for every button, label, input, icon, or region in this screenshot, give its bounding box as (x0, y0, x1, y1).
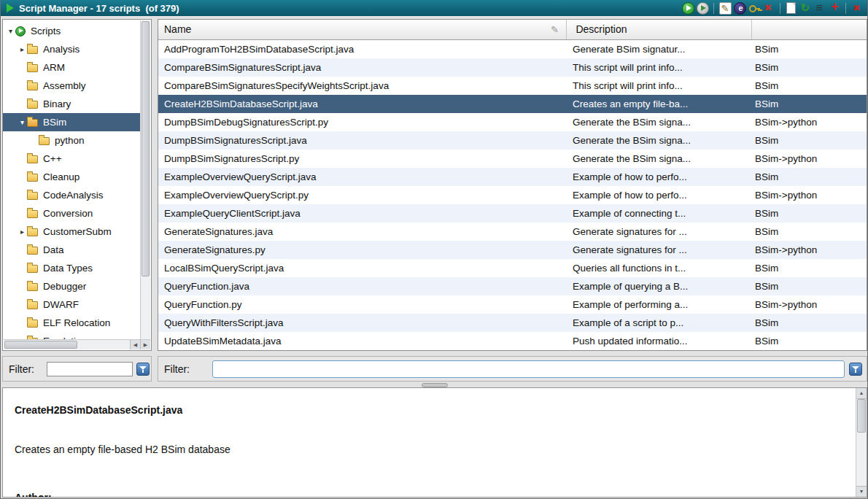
column-header-label: Description (576, 23, 627, 35)
assign-key-binding-icon[interactable] (748, 2, 761, 15)
script-manager-icon (7, 4, 14, 12)
table-row[interactable]: CompareBSimSignaturesScript.javaThis scr… (158, 58, 867, 77)
tree-expand-icon[interactable]: ▾ (18, 118, 27, 126)
cell-description: Generate the BSim signa... (567, 150, 749, 168)
table-row[interactable]: ExampleOverviewQueryScript.javaExample o… (158, 168, 867, 186)
edit-in-eclipse-icon[interactable] (734, 2, 746, 15)
tree-item[interactable]: ▸Analysis (3, 40, 140, 58)
table-row[interactable]: GenerateSignatures.pyGenerate signatures… (158, 241, 867, 259)
script-directories-icon[interactable] (814, 2, 826, 15)
tree-item[interactable]: ▾BSim (3, 113, 140, 131)
close-window-icon[interactable] (851, 2, 864, 15)
description-vertical-scrollbar[interactable]: ▲ ▼ (856, 388, 867, 497)
tree-item[interactable]: Cleanup (3, 168, 140, 186)
tree-item[interactable]: C++ (3, 150, 140, 168)
tree-horizontal-scrollbar[interactable]: ◀ ▶ (4, 339, 150, 349)
tree-item[interactable]: ARM (3, 58, 140, 77)
scroll-right-button[interactable]: ▶ (140, 340, 150, 349)
column-header-name[interactable]: Name ✎ (158, 20, 567, 39)
tree-item[interactable]: Assembly (3, 77, 140, 95)
cell-description: Generate signatures for ... (567, 223, 749, 241)
filter-options-icon[interactable] (849, 363, 862, 376)
table-row[interactable]: ExampleQueryClientScript.javaExample of … (158, 204, 867, 223)
column-header-description[interactable]: Description (570, 20, 752, 39)
table-row[interactable]: QueryWithFiltersScript.javaExample of a … (158, 314, 867, 332)
tree-item-label: Conversion (43, 208, 93, 219)
author-heading-clipped: Author: (15, 492, 52, 498)
tree-item[interactable]: Emulation (3, 332, 140, 339)
cell-name: GenerateSignatures.py (158, 241, 567, 259)
tree-expand-icon[interactable]: ▾ (6, 27, 15, 35)
tree-item-label: BSim (43, 117, 66, 128)
script-table-panel: Name ✎ Description Category AddProgramTo… (158, 19, 867, 351)
cell-category: BSim (749, 277, 867, 295)
new-script-icon[interactable] (786, 2, 796, 14)
scrollbar-thumb[interactable] (857, 399, 866, 433)
tree-item[interactable]: Conversion (3, 204, 140, 223)
scrollbar-thumb[interactable] (4, 341, 77, 349)
tree-item[interactable]: ELF Relocation (3, 314, 140, 332)
run-script-icon[interactable] (682, 2, 694, 15)
tree-item[interactable]: python (3, 131, 140, 150)
table-row[interactable]: QueryFunction.pyExample of performing a.… (158, 295, 867, 314)
folder-icon (27, 301, 38, 309)
script-description-panel: CreateH2BSimDatabaseScript.java Creates … (2, 387, 867, 498)
cell-name: LocalBSimQueryScript.java (158, 259, 567, 277)
table-row[interactable]: DumpBSimDebugSignaturesScript.pyGenerate… (158, 113, 867, 131)
script-tree-panel: ▾Scripts▸AnalysisARMAssemblyBinary▾BSimp… (2, 19, 152, 351)
table-row[interactable]: CompareBSimSignaturesSpecifyWeightsScrip… (158, 77, 867, 95)
tree-item-label: python (55, 135, 85, 146)
tree-item[interactable]: Data Types (3, 259, 140, 277)
scroll-down-button[interactable]: ▼ (856, 486, 867, 497)
tree-expand-icon[interactable]: ▸ (18, 228, 27, 236)
tree-expand-icon[interactable]: ▸ (18, 45, 27, 53)
edit-script-icon[interactable] (719, 2, 732, 15)
tree-item[interactable]: Data (3, 241, 140, 259)
table-row[interactable]: UpdateBSimMetadata.javaPush updated info… (158, 332, 867, 350)
table-row[interactable]: CreateH2BSimDatabaseScript.javaCreates a… (158, 95, 867, 113)
toolbar-separator (780, 3, 780, 14)
tree-item-label: ELF Relocation (43, 317, 110, 328)
script-manager-window: Script Manager - 17 scripts (of 379) ▾Sc… (0, 0, 868, 499)
filter-label: Filter: (9, 363, 34, 375)
folder-icon (27, 155, 38, 163)
cell-category: BSim->python (749, 113, 867, 131)
filter-options-icon[interactable] (136, 363, 150, 376)
script-name-heading: CreateH2BSimDatabaseScript.java (15, 404, 182, 416)
folder-icon (27, 101, 38, 109)
cell-name: AddProgramToH2BSimDatabaseScript.java (158, 40, 567, 58)
tree-filter-input[interactable] (47, 362, 133, 376)
scrollbar-thumb[interactable] (142, 21, 150, 276)
table-row[interactable]: DumpBSimSignaturesScript.pyGenerate the … (158, 150, 867, 168)
tree-vertical-scrollbar[interactable] (140, 20, 150, 339)
tree-item[interactable]: Debugger (3, 277, 140, 295)
table-row[interactable]: AddProgramToH2BSimDatabaseScript.javaGen… (158, 40, 867, 58)
folder-icon (27, 320, 38, 328)
cell-description: Generate the BSim signa... (567, 113, 749, 131)
tree-item[interactable]: ▾Scripts (3, 22, 140, 40)
tree-item[interactable]: CodeAnalysis (3, 186, 140, 204)
tree-item[interactable]: ▸CustomerSubm (3, 223, 140, 241)
table-row[interactable]: GenerateSignatures.javaGenerate signatur… (158, 223, 867, 241)
cell-name: ExampleOverviewQueryScript.py (158, 186, 567, 204)
table-row[interactable]: LocalBSimQueryScript.javaQueries all fun… (158, 259, 867, 277)
rerun-last-script-icon[interactable] (697, 2, 709, 15)
cell-category: BSim (749, 77, 867, 95)
table-row[interactable]: DumpBSimSignaturesScript.javaGenerate th… (158, 131, 867, 150)
delete-script-icon[interactable] (763, 2, 775, 15)
refresh-script-list-icon[interactable] (799, 2, 812, 15)
table-row[interactable]: QueryFunction.javaExample of querying a … (158, 277, 867, 295)
tree-item[interactable]: Binary (3, 95, 140, 113)
cell-category: BSim->python (749, 241, 867, 259)
folder-open-icon (27, 119, 38, 127)
tree-item[interactable]: DWARF (3, 295, 140, 314)
filter-label: Filter: (164, 363, 190, 375)
cell-description: This script will print info... (567, 58, 749, 77)
cell-name: UpdateBSimMetadata.java (158, 332, 567, 350)
scroll-up-button[interactable]: ▲ (856, 388, 867, 399)
table-filter-input[interactable] (212, 360, 845, 378)
scroll-left-button[interactable]: ◀ (130, 340, 140, 349)
table-row[interactable]: ExampleOverviewQueryScript.pyExample of … (158, 186, 867, 204)
cell-name: CreateH2BSimDatabaseScript.java (158, 95, 567, 113)
api-help-icon[interactable] (829, 2, 841, 15)
